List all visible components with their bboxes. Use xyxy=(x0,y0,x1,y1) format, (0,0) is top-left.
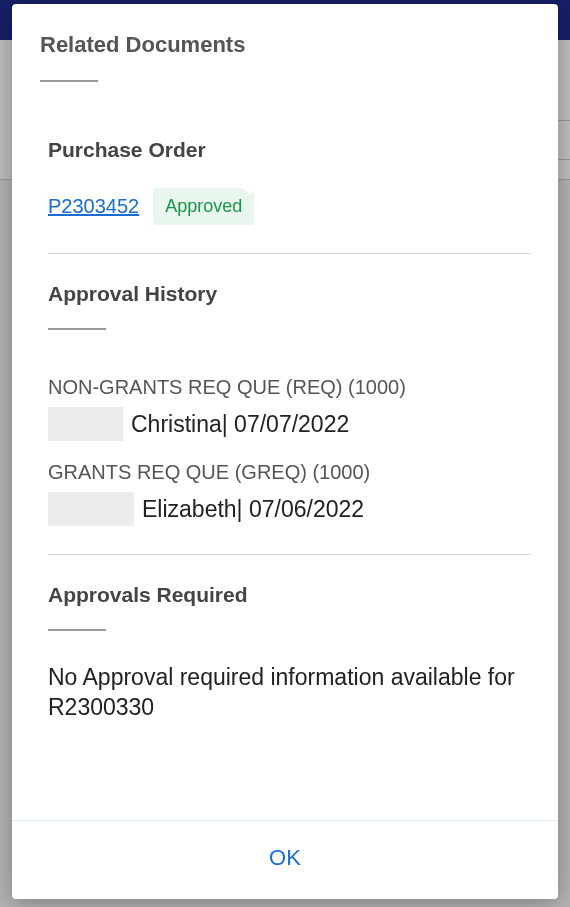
title-underline xyxy=(40,80,98,82)
approval-history-item: NON-GRANTS REQ QUE (REQ) (1000)Christina… xyxy=(48,376,530,441)
modal-footer: OK xyxy=(12,820,558,899)
queue-name: GRANTS REQ QUE (GREQ) (1000) xyxy=(48,461,530,484)
modal-body[interactable]: Purchase Order P2303452 Approved Approva… xyxy=(12,98,558,820)
ok-button[interactable]: OK xyxy=(269,845,301,871)
purchase-order-heading: Purchase Order xyxy=(48,138,530,162)
modal-header: Related Documents xyxy=(12,4,558,98)
modal-title: Related Documents xyxy=(40,32,530,58)
approver-text: Christina| 07/07/2022 xyxy=(131,411,349,438)
status-badge: Approved xyxy=(153,188,254,225)
related-documents-modal: Related Documents Purchase Order P230345… xyxy=(12,4,558,899)
approval-history-heading: Approval History xyxy=(48,282,530,306)
section-underline xyxy=(48,328,106,330)
approval-history-item: GRANTS REQ QUE (GREQ) (1000)Elizabeth| 0… xyxy=(48,461,530,526)
redacted-block xyxy=(48,407,123,441)
purchase-order-section: Purchase Order P2303452 Approved xyxy=(48,98,530,254)
approval-history-list: NON-GRANTS REQ QUE (REQ) (1000)Christina… xyxy=(48,376,530,526)
approval-history-section: Approval History NON-GRANTS REQ QUE (REQ… xyxy=(48,254,530,555)
section-underline xyxy=(48,629,106,631)
approvals-required-heading: Approvals Required xyxy=(48,583,530,607)
queue-name: NON-GRANTS REQ QUE (REQ) (1000) xyxy=(48,376,530,399)
purchase-order-row: P2303452 Approved xyxy=(48,188,530,225)
approver-row: Christina| 07/07/2022 xyxy=(48,407,530,441)
approvals-required-message: No Approval required information availab… xyxy=(48,663,530,723)
approver-text: Elizabeth| 07/06/2022 xyxy=(142,496,364,523)
redacted-block xyxy=(48,492,134,526)
purchase-order-link[interactable]: P2303452 xyxy=(48,195,139,218)
approvals-required-section: Approvals Required No Approval required … xyxy=(48,555,530,723)
approver-row: Elizabeth| 07/06/2022 xyxy=(48,492,530,526)
